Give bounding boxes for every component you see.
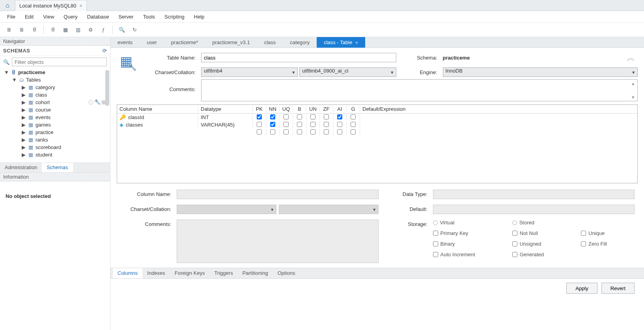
create-function-icon[interactable]: ƒ (98, 25, 108, 35)
col-datatype-cell[interactable]: INT (198, 114, 253, 120)
caret-right-icon[interactable]: ▶ (21, 114, 26, 120)
radio-stored[interactable]: Stored (512, 220, 571, 226)
close-icon[interactable]: × (355, 40, 358, 45)
collapse-icon[interactable]: ︽ (624, 52, 638, 63)
search-table-icon[interactable]: 🔍 (117, 25, 127, 35)
col-flag-cell[interactable] (347, 122, 360, 128)
menu-server[interactable]: Server (114, 12, 137, 21)
close-icon[interactable]: × (80, 3, 83, 9)
caret-down-icon[interactable]: ▼ (12, 77, 17, 83)
col-flag-cell[interactable] (293, 129, 306, 136)
caret-down-icon[interactable]: ▼ (4, 69, 9, 75)
col-header-ai[interactable]: AI (333, 106, 347, 112)
collation-select[interactable]: utf8mb4_0900_ai_ci (299, 67, 396, 77)
col-collation-select[interactable] (279, 205, 379, 214)
col-header-pk[interactable]: PK (253, 106, 266, 112)
col-name-cell[interactable]: ◆classes (117, 122, 198, 128)
menu-edit[interactable]: Edit (21, 12, 37, 21)
caret-right-icon[interactable]: ▶ (21, 107, 26, 113)
col-header-un[interactable]: UN (306, 106, 320, 112)
tab-administration[interactable]: Administration (0, 163, 42, 172)
check-unique[interactable]: Unique (581, 230, 635, 236)
filter-input[interactable] (12, 58, 107, 66)
col-flag-cell[interactable] (253, 129, 266, 136)
sub-tab-indexes[interactable]: Indexes (142, 268, 170, 278)
tree-table-item[interactable]: ▶ ▦ class (2, 91, 110, 99)
caret-right-icon[interactable]: ▶ (21, 122, 26, 128)
col-flag-cell[interactable] (280, 129, 293, 136)
check-generated[interactable]: Generated (512, 252, 571, 257)
doc-tab[interactable]: class (257, 37, 283, 48)
reconnect-icon[interactable]: ↻ (129, 25, 140, 35)
doc-tab[interactable]: practiceme* (164, 37, 205, 48)
refresh-icon[interactable]: ⟳ (103, 48, 107, 54)
col-flag-cell[interactable] (266, 122, 280, 128)
tree-table-item[interactable]: ▶ ▦ games (2, 121, 110, 129)
scrollbar-thumb[interactable] (105, 70, 109, 106)
col-flag-cell[interactable] (320, 122, 333, 128)
tree-table-item[interactable]: ▶ ▦ events (2, 114, 110, 121)
col-flag-cell[interactable] (253, 114, 266, 121)
charset-select[interactable]: utf8mb4 (201, 67, 298, 77)
tree-tables-folder[interactable]: ▼ 🗂 Tables (2, 76, 110, 84)
tree-table-item[interactable]: ▶ ▦ ranks (2, 136, 110, 144)
inspector-icon[interactable]: 🛢 (29, 25, 39, 35)
col-header-default[interactable]: Default/Expression (360, 106, 637, 112)
menu-view[interactable]: View (39, 12, 58, 21)
menu-scripting[interactable]: Scripting (161, 12, 189, 21)
col-header-nn[interactable]: NN (266, 106, 280, 112)
menu-tools[interactable]: Tools (139, 12, 159, 21)
check-zero-fill[interactable]: Zero Fill (581, 241, 635, 247)
create-view-icon[interactable]: ▥ (73, 25, 83, 35)
col-flag-cell[interactable] (253, 122, 266, 128)
col-flag-cell[interactable] (306, 122, 320, 128)
tree-table-item[interactable]: ▶ ▦ scoreboard (2, 144, 110, 151)
doc-tab[interactable]: class - Table× (317, 37, 365, 48)
doc-tab[interactable]: user (140, 37, 164, 48)
menu-help[interactable]: Help (190, 12, 209, 21)
open-sql-icon[interactable]: 🗎 (17, 25, 27, 35)
instance-tab[interactable]: Local instance MySQL80 × (15, 0, 87, 11)
check-binary[interactable]: Binary (433, 241, 503, 247)
col-flag-cell[interactable] (347, 114, 360, 121)
create-schema-icon[interactable]: 🛢 (48, 25, 58, 35)
column-row[interactable]: 🔑classId INT (117, 114, 637, 121)
tree-table-item[interactable]: ▶ ▦ course (2, 106, 110, 114)
revert-button[interactable]: Revert (601, 283, 635, 294)
col-flag-cell[interactable] (266, 114, 280, 121)
col-flag-cell[interactable] (333, 114, 347, 121)
tab-schemas[interactable]: Schemas (42, 163, 73, 172)
col-header-g[interactable]: G (347, 106, 360, 112)
col-header-name[interactable]: Column Name (117, 106, 198, 112)
radio-virtual[interactable]: Virtual (433, 220, 503, 226)
info-icon[interactable]: ⓘ (88, 99, 93, 106)
column-row[interactable]: ◆classes VARCHAR(45) (117, 121, 637, 129)
doc-tab[interactable]: category (283, 37, 317, 48)
col-header-uq[interactable]: UQ (280, 106, 293, 112)
menu-database[interactable]: Database (83, 12, 113, 21)
caret-right-icon[interactable]: ▶ (21, 152, 26, 158)
check-primary-key[interactable]: Primary Key (433, 230, 503, 236)
new-sql-tab-icon[interactable]: 🗎 (4, 25, 14, 35)
caret-right-icon[interactable]: ▶ (21, 99, 26, 105)
sub-tab-triggers[interactable]: Triggers (209, 268, 237, 278)
col-flag-cell[interactable] (280, 122, 293, 128)
scroll-down-icon[interactable]: ▾ (632, 94, 637, 100)
column-row-new[interactable] (117, 129, 637, 136)
create-procedure-icon[interactable]: ⚙ (86, 25, 96, 35)
col-flag-cell[interactable] (266, 129, 280, 136)
col-flag-cell[interactable] (293, 114, 306, 121)
col-flag-cell[interactable] (306, 114, 320, 121)
caret-right-icon[interactable]: ▶ (21, 84, 26, 90)
col-comments-textarea[interactable] (177, 220, 379, 263)
col-flag-cell[interactable] (293, 122, 306, 128)
col-header-zf[interactable]: ZF (320, 106, 333, 112)
col-flag-cell[interactable] (320, 114, 333, 121)
tree-table-item[interactable]: ▶ ▦ practice (2, 129, 110, 136)
sub-tab-partitioning[interactable]: Partitioning (238, 268, 273, 278)
table-name-input[interactable] (201, 53, 396, 62)
col-header-b[interactable]: B (293, 106, 306, 112)
tree-table-item[interactable]: ▶ ▦ cohort ⓘ🔧▦ (2, 99, 110, 106)
engine-select[interactable]: InnoDB (443, 67, 638, 77)
caret-right-icon[interactable]: ▶ (21, 144, 26, 150)
